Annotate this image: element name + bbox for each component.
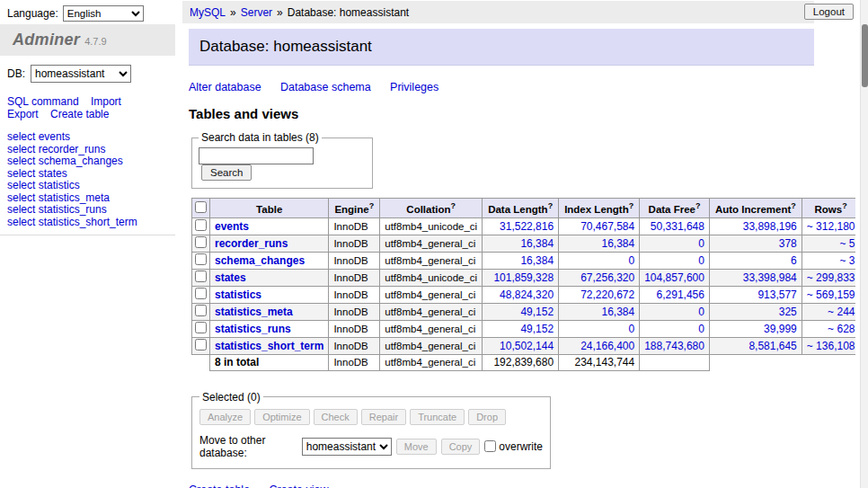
sidebar-table-link[interactable]: select statistics_runs [7,204,168,217]
database-action-link[interactable]: Alter database [189,81,261,93]
data-length-link[interactable]: 10,502,144 [500,340,554,352]
create-link[interactable]: Create table [189,484,250,488]
data-length-link[interactable]: 16,384 [520,254,554,267]
bulk-action-button[interactable]: Repair [361,409,406,425]
app-logo[interactable]: Adminer [13,31,80,49]
data-free-link[interactable]: 0 [698,254,704,267]
column-help-link[interactable]: ? [695,201,701,210]
database-action-link[interactable]: Privileges [390,81,438,93]
rows-count-link[interactable]: ~ 628 [828,323,855,335]
sidebar-table-link[interactable]: select statistics [7,180,168,192]
index-length-link[interactable]: 0 [629,254,635,267]
auto-increment-link[interactable]: 6 [791,254,797,267]
index-length-link[interactable]: 72,220,672 [580,288,634,301]
auto-increment-link[interactable]: 33,898,196 [743,220,797,233]
row-checkbox[interactable] [195,322,207,333]
table-name-link[interactable]: statistics_meta [215,306,293,318]
language-select[interactable]: English [63,5,144,22]
data-length-link[interactable]: 49,152 [520,323,554,335]
sidebar-link-create-table[interactable]: Create table [50,108,109,120]
move-button[interactable]: Move [396,439,437,455]
table-name-link[interactable]: statistics_short_term [215,340,323,352]
overwrite-checkbox[interactable] [484,440,496,452]
index-length-link[interactable]: 67,256,320 [580,271,634,284]
sidebar-link-export[interactable]: Export [7,108,39,120]
index-length-link[interactable]: 24,166,400 [580,340,634,352]
table-name-link[interactable]: states [215,271,246,284]
data-free-link[interactable]: 104,857,600 [644,271,704,284]
rows-count-link[interactable]: ~ 299,833 [807,271,855,284]
rows-count-link[interactable]: ~ 3 [839,254,855,267]
table-name-link[interactable]: events [215,220,249,233]
data-free-link[interactable]: 6,291,456 [657,288,704,301]
column-help-link[interactable]: ? [451,201,456,210]
data-free-link[interactable]: 50,331,648 [651,220,704,233]
bulk-action-button[interactable]: Optimize [254,409,309,425]
row-checkbox[interactable] [195,253,207,265]
data-free-link[interactable]: 0 [698,306,704,318]
move-database-select[interactable]: homeassistant [302,438,392,456]
bulk-action-button[interactable]: Drop [468,409,506,425]
sidebar-link-import[interactable]: Import [91,95,121,108]
table-name-link[interactable]: statistics_runs [215,323,291,335]
data-free-link[interactable]: 188,743,680 [644,340,704,352]
data-length-link[interactable]: 16,384 [520,237,554,250]
database-action-link[interactable]: Database schema [280,81,371,93]
bulk-action-button[interactable]: Truncate [410,409,465,425]
auto-increment-link[interactable]: 33,398,984 [743,271,797,284]
breadcrumb-server-type-link[interactable]: MySQL [190,6,226,19]
row-checkbox[interactable] [195,236,207,248]
sidebar-table-link[interactable]: select statistics_short_term [7,217,168,229]
search-button[interactable]: Search [201,164,252,181]
auto-increment-link[interactable]: 378 [779,237,797,250]
column-help-link[interactable]: ? [842,201,847,210]
index-length-link[interactable]: 16,384 [601,237,634,250]
rows-count-link[interactable]: ~ 312,180 [807,220,855,233]
create-link[interactable]: Create view [269,484,328,488]
rows-count-link[interactable]: ~ 244 [828,306,855,318]
scrollbar-thumb[interactable] [862,24,868,87]
data-free-link[interactable]: 0 [698,237,704,250]
bulk-action-button[interactable]: Analyze [199,409,251,425]
data-length-link[interactable]: 31,522,816 [500,220,554,233]
sidebar-table-link[interactable]: select events [7,131,168,144]
index-length-link[interactable]: 0 [629,323,635,335]
row-checkbox[interactable] [195,305,207,316]
sidebar-table-link[interactable]: select statistics_meta [7,192,168,205]
sidebar-table-link[interactable]: select recorder_runs [7,144,168,156]
sidebar-table-link[interactable]: select schema_changes [7,155,168,168]
rows-count-link[interactable]: ~ 136,108 [807,340,855,352]
data-free-link[interactable]: 0 [698,323,704,335]
bulk-action-button[interactable]: Check [314,409,358,425]
column-help-link[interactable]: ? [548,201,554,210]
index-length-link[interactable]: 70,467,584 [580,220,634,233]
index-length-link[interactable]: 16,384 [601,306,634,318]
rows-count-link[interactable]: ~ 569,159 [807,288,855,301]
row-checkbox[interactable] [195,288,207,299]
row-checkbox[interactable] [195,339,207,350]
auto-increment-link[interactable]: 39,999 [764,323,797,335]
column-help-link[interactable]: ? [791,201,796,210]
column-help-link[interactable]: ? [369,201,375,210]
breadcrumb-server-link[interactable]: Server [241,6,272,19]
data-length-link[interactable]: 49,152 [520,306,554,318]
select-all-checkbox[interactable] [195,201,207,213]
sidebar-link-sql-command[interactable]: SQL command [7,95,79,108]
data-length-link[interactable]: 101,859,328 [493,271,554,284]
auto-increment-link[interactable]: 8,581,645 [748,340,796,352]
db-select[interactable]: homeassistant [31,65,131,83]
vertical-scrollbar[interactable] [860,0,868,488]
copy-button[interactable]: Copy [441,439,481,455]
table-name-link[interactable]: schema_changes [215,254,305,267]
auto-increment-link[interactable]: 913,577 [757,288,796,301]
rows-count-link[interactable]: ~ 5 [839,237,855,250]
logout-button[interactable]: Logout [804,4,854,20]
search-input[interactable] [199,147,314,164]
table-name-link[interactable]: recorder_runs [215,237,288,250]
row-checkbox[interactable] [195,271,207,282]
auto-increment-link[interactable]: 325 [779,306,797,318]
column-help-link[interactable]: ? [629,201,634,210]
table-name-link[interactable]: statistics [215,288,261,301]
row-checkbox[interactable] [195,219,207,231]
sidebar-table-link[interactable]: select states [7,168,168,181]
